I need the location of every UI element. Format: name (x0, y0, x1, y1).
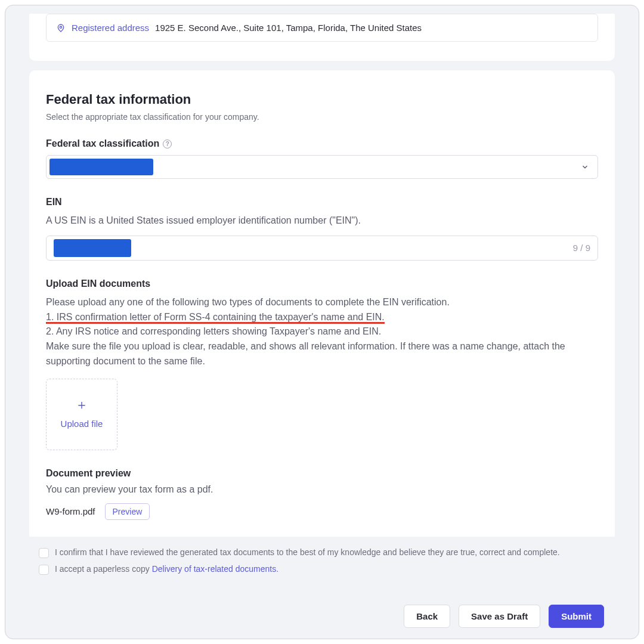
paperless-checkbox[interactable] (39, 565, 49, 575)
redacted-value (49, 159, 153, 175)
ein-help: A US EIN is a United States issued emplo… (46, 213, 598, 228)
upload-note: Make sure the file you upload is clear, … (46, 339, 598, 369)
registered-address-label: Registered address (72, 23, 149, 33)
section-title: Federal tax information (46, 92, 598, 107)
upload-section: Upload EIN documents Please upload any o… (46, 278, 598, 450)
classification-label-text: Federal tax classification (46, 138, 159, 149)
preview-label: Document preview (46, 468, 598, 479)
back-button[interactable]: Back (404, 605, 450, 628)
paperless-prefix: I accept a paperless copy (55, 564, 152, 574)
upload-label: Upload EIN documents (46, 278, 598, 289)
tax-info-card: Federal tax information Select the appro… (29, 70, 615, 537)
paperless-row: I accept a paperless copy Delivery of ta… (39, 564, 605, 575)
chevron-down-icon (581, 163, 589, 171)
preview-filename: W9-form.pdf (46, 506, 95, 516)
section-subtitle: Select the appropriate tax classificatio… (46, 112, 598, 122)
delivery-link[interactable]: Delivery of tax-related documents. (152, 564, 278, 574)
preview-help: You can preview your tax form as a pdf. (46, 482, 598, 497)
upload-line-2: 2. Any IRS notice and corresponding lett… (46, 324, 598, 339)
preview-button[interactable]: Preview (105, 503, 150, 520)
location-pin-icon (56, 23, 66, 33)
paperless-text: I accept a paperless copy Delivery of ta… (55, 564, 278, 574)
upload-line-1-text: 1. IRS confirmation letter of Form SS-4 … (46, 312, 385, 322)
ein-input[interactable]: 9 / 9 (46, 236, 598, 261)
registered-address-row: Registered address 1925 E. Second Ave., … (46, 14, 598, 42)
classification-select[interactable] (46, 155, 598, 179)
upload-file-button[interactable]: ＋ Upload file (46, 379, 117, 450)
upload-line-1: 1. IRS confirmation letter of Form SS-4 … (46, 310, 598, 325)
preview-row: W9-form.pdf Preview (46, 503, 598, 520)
checkbox-group: I confirm that I have reviewed the gener… (29, 547, 615, 575)
confirm-text: I confirm that I have reviewed the gener… (55, 547, 560, 557)
ein-label: EIN (46, 197, 598, 208)
confirm-row: I confirm that I have reviewed the gener… (39, 547, 605, 558)
upload-intro: Please upload any one of the following t… (46, 295, 598, 310)
footer-buttons: Back Save as Draft Submit (404, 605, 604, 628)
classification-label: Federal tax classification ? (46, 138, 598, 149)
svg-point-0 (60, 26, 61, 28)
help-icon[interactable]: ? (163, 140, 172, 148)
redacted-value (54, 239, 131, 257)
submit-button[interactable]: Submit (549, 605, 604, 628)
registered-address-value: 1925 E. Second Ave., Suite 101, Tampa, F… (155, 23, 422, 33)
address-card: Registered address 1925 E. Second Ave., … (29, 14, 615, 61)
upload-file-label: Upload file (61, 417, 103, 430)
ein-char-count: 9 / 9 (573, 243, 590, 253)
plus-icon: ＋ (75, 398, 88, 411)
save-draft-button[interactable]: Save as Draft (459, 605, 540, 628)
confirm-checkbox[interactable] (39, 548, 49, 558)
